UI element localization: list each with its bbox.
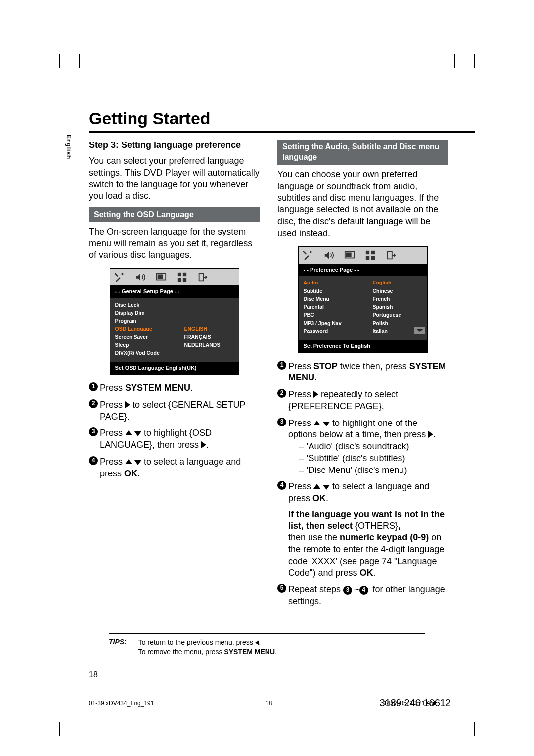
osd-item: Display Dim: [115, 309, 179, 317]
osd-item: Password: [304, 327, 368, 335]
crop-mark: [455, 74, 475, 94]
osd-item: PBC: [304, 311, 368, 319]
step-badge-1: 1: [89, 382, 98, 391]
up-arrow-icon: [313, 421, 320, 425]
meta-filename: 01-39 xDV434_Eng_191: [89, 700, 154, 707]
right-column: Setting the Audio, Subtitle and Disc men…: [277, 140, 448, 613]
osd-item: Program: [115, 317, 179, 325]
down-arrow-icon: [134, 460, 141, 465]
meta-page: 18: [266, 700, 272, 707]
left-arrow-icon: [255, 640, 259, 645]
step-badge-2: 2: [277, 389, 286, 398]
serial-number: 3139 246 16612: [379, 697, 451, 709]
wrench-icon: [303, 250, 313, 261]
step3-heading: Step 3: Setting language preference: [89, 140, 260, 151]
osd-item: MP3 / Jpeg Nav: [304, 319, 368, 327]
svg-rect-10: [365, 256, 369, 260]
down-arrow-icon: [134, 431, 141, 436]
osd-option-highlight: ENGLISH: [184, 325, 234, 332]
disc-menu-band: Setting the Audio, Subtitle and Disc men…: [277, 140, 448, 165]
sub-subtitle: – 'Subtitle' (disc's subtitles): [288, 453, 448, 465]
osd-option-highlight: English: [373, 279, 422, 286]
tv-icon: [344, 250, 355, 261]
sub-discmenu: – 'Disc Menu' (disc's menu): [288, 465, 448, 476]
right-step3: Press to highlight one of the options be…: [288, 418, 448, 476]
step-badge-3: 3: [89, 427, 98, 436]
osd-footer: Set OSD Language English(UK): [110, 362, 239, 374]
osd-tab-icons: [110, 269, 239, 285]
exit-icon: [197, 272, 208, 283]
osd-item-highlight: OSD Language: [115, 325, 179, 332]
up-arrow-icon: [125, 459, 132, 464]
osd-general-setup: - - General Setup Page - - Disc Lock Dis…: [110, 268, 239, 375]
step-badge-2: 2: [89, 399, 98, 408]
osd-page-label: - - Preference Page - -: [299, 264, 427, 276]
tips-box: TIPS: To return to the previous menu, pr…: [109, 633, 425, 657]
left-step1: Press SYSTEM MENU.: [100, 382, 260, 394]
sub-audio: – 'Audio' (disc's soundtrack): [288, 441, 448, 453]
osd-item: Disc Menu: [304, 295, 368, 303]
osd-item: DIVX(R) Vod Code: [115, 349, 179, 357]
osd-tab-icons: [299, 247, 427, 264]
osd-item: Sleep: [115, 341, 179, 349]
osd-item: Subtitle: [304, 287, 368, 295]
osd-preference-page: - - Preference Page - - Audio Subtitle D…: [298, 246, 428, 353]
svg-rect-1: [157, 275, 163, 279]
wrench-icon: [114, 272, 125, 283]
svg-rect-7: [346, 252, 351, 257]
up-arrow-icon: [125, 430, 132, 435]
tips-label: TIPS:: [109, 638, 127, 657]
exit-icon: [386, 250, 397, 261]
grid-icon: [177, 272, 187, 283]
crop-mark: [59, 697, 79, 716]
osd-item: Screen Saver: [115, 333, 179, 341]
right-step5: Repeat steps 3~4 for other language sett…: [288, 584, 448, 608]
osd-footer: Set Preference To English: [299, 340, 427, 352]
scroll-down-icon: [414, 327, 425, 334]
language-tab: English: [65, 135, 72, 159]
osd-page-label: - - General Setup Page - -: [110, 285, 239, 298]
down-arrow-icon: [323, 485, 330, 490]
osd-item-highlight: Audio: [304, 279, 368, 286]
right-arrow-icon: [428, 431, 433, 438]
osd-language-band: Setting the OSD Language: [89, 207, 260, 222]
svg-rect-9: [371, 251, 374, 254]
speaker-icon: [135, 272, 146, 283]
osd-item: Parental: [304, 303, 368, 311]
speaker-icon: [323, 250, 334, 261]
osd-option: NEDERLANDS: [184, 341, 234, 349]
osd-option: FRANÇAIS: [184, 333, 234, 341]
step-badge-4: 4: [89, 456, 98, 465]
step-badge-4: 4: [277, 481, 286, 490]
step-badge-1: 1: [277, 361, 286, 370]
crop-mark: [455, 697, 475, 716]
grid-icon: [365, 250, 376, 261]
osd-language-para: The On-screen language for the system me…: [89, 226, 260, 261]
right-arrow-icon: [125, 401, 130, 408]
crop-mark: [435, 74, 455, 94]
osd-option: French: [373, 295, 422, 303]
svg-rect-4: [177, 278, 180, 282]
right-arrow-icon: [201, 441, 206, 448]
osd-option: Chinese: [373, 287, 422, 295]
crop-mark: [79, 74, 99, 94]
osd-item: Disc Lock: [115, 301, 179, 309]
step-badge-ref-4: 4: [359, 586, 368, 595]
page-number: 18: [89, 670, 98, 679]
left-step3: Press to highlight {OSD LANGUAGE}, then …: [100, 427, 260, 451]
right-step4: Press to select a language and press OK.…: [288, 481, 448, 579]
right-step1: Press STOP twice then, press SYSTEM MENU…: [288, 361, 448, 384]
step-badge-5: 5: [277, 584, 286, 593]
osd-option: Polish: [373, 319, 422, 327]
tv-icon: [156, 272, 167, 283]
left-intro: You can select your preferred language s…: [89, 155, 260, 202]
svg-rect-11: [371, 256, 374, 260]
step-badge-3: 3: [277, 418, 286, 426]
step-badge-ref-3: 3: [343, 586, 352, 595]
left-column: Step 3: Setting language preference You …: [89, 140, 260, 613]
right-arrow-icon: [313, 391, 318, 398]
title-rule: [89, 131, 475, 133]
up-arrow-icon: [313, 484, 320, 489]
osd-option: Spanish: [373, 303, 422, 311]
osd-option: Portuguese: [373, 311, 422, 319]
